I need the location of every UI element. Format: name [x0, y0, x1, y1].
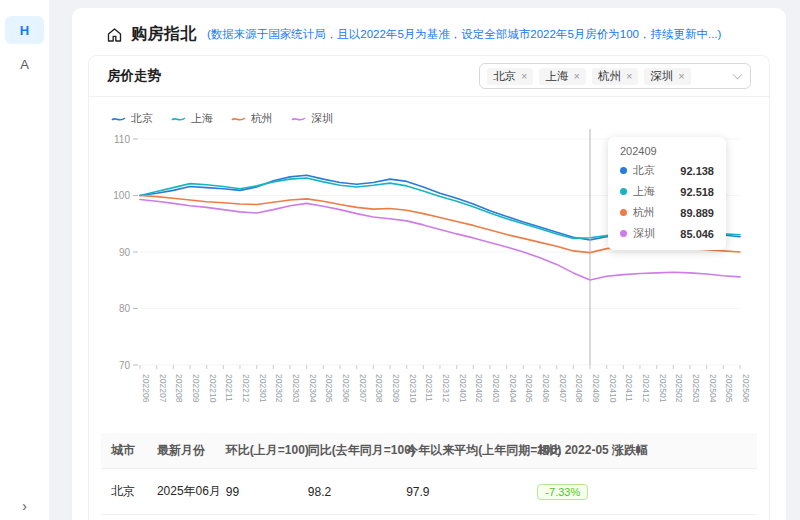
svg-text:202411: 202411: [624, 374, 634, 402]
legend-item-hangzhou[interactable]: 杭州: [231, 111, 273, 126]
main-area: 购房指北 (数据来源于国家统计局，且以2022年5月为基准，设定全部城市2022…: [49, 0, 800, 520]
content-card: 购房指北 (数据来源于国家统计局，且以2022年5月为基准，设定全部城市2022…: [72, 8, 786, 520]
city-tag-beijing[interactable]: 北京 ×: [487, 68, 533, 85]
cell-month: 2025年06月: [147, 469, 216, 515]
sidebar-item-home[interactable]: H: [5, 16, 44, 44]
legend-label: 杭州: [251, 111, 273, 126]
svg-text:202502: 202502: [674, 374, 684, 403]
cell-yoy: 98.2: [298, 469, 396, 515]
sidebar-item-about[interactable]: A: [5, 50, 44, 78]
header-yoy: 同比(去年同月=100): [298, 433, 396, 469]
tooltip-row: 上海 92.518: [620, 184, 714, 199]
svg-text:202206: 202206: [141, 374, 151, 403]
city-tag-label: 北京: [493, 69, 516, 84]
svg-text:90: 90: [119, 247, 131, 258]
svg-text:202209: 202209: [191, 374, 201, 403]
svg-text:80: 80: [119, 303, 131, 314]
header-mom: 环比(上月=100): [216, 433, 298, 469]
trend-panel-header: 房价走势 北京 × 上海 × 杭州 × 深圳: [89, 56, 769, 97]
tooltip-value: 92.138: [680, 165, 714, 177]
city-tag-label: 杭州: [598, 69, 621, 84]
tooltip-city: 杭州: [633, 205, 655, 220]
svg-text:202505: 202505: [724, 374, 734, 403]
svg-text:202207: 202207: [158, 374, 168, 403]
header-latest-month: 最新月份: [147, 433, 216, 469]
svg-text:70: 70: [119, 360, 131, 371]
cell-yoy: 98.7: [298, 515, 396, 520]
chevron-down-icon[interactable]: [733, 70, 743, 80]
price-trend-chart: 北京 上海 杭州 深圳 708090100110202206: [89, 97, 769, 427]
svg-text:202301: 202301: [258, 374, 268, 403]
svg-text:202504: 202504: [708, 374, 718, 403]
svg-text:202402: 202402: [474, 374, 484, 403]
svg-text:202503: 202503: [691, 374, 701, 403]
city-stats-table: 城市 最新月份 环比(上月=100) 同比(去年同月=100) 今年以来平均(上…: [101, 433, 757, 520]
svg-text:202308: 202308: [374, 374, 384, 403]
svg-text:202310: 202310: [408, 374, 418, 403]
city-tag-shenzhen[interactable]: 深圳 ×: [644, 68, 690, 85]
cell-city: 上海: [101, 515, 147, 520]
svg-text:202412: 202412: [641, 374, 651, 403]
legend-item-shenzhen[interactable]: 深圳: [291, 111, 333, 126]
remove-tag-icon[interactable]: ×: [521, 71, 527, 82]
svg-text:202403: 202403: [491, 374, 501, 403]
svg-text:202407: 202407: [558, 374, 568, 403]
svg-text:202303: 202303: [291, 374, 301, 403]
cell-ytd-avg: 97.9: [396, 469, 527, 515]
trend-panel-title: 房价走势: [107, 67, 161, 85]
svg-text:202212: 202212: [241, 374, 251, 403]
svg-text:202406: 202406: [541, 374, 551, 403]
svg-text:202410: 202410: [608, 374, 618, 403]
tooltip-city: 北京: [633, 163, 655, 178]
remove-tag-icon[interactable]: ×: [678, 71, 684, 82]
cell-city: 北京: [101, 469, 147, 515]
change-badge: -7.33%: [537, 484, 588, 500]
line-marker-icon: [231, 115, 246, 123]
svg-text:202409: 202409: [591, 374, 601, 403]
header-change: 相比 2022-05 涨跌幅: [527, 433, 757, 469]
svg-text:202211: 202211: [224, 374, 234, 402]
svg-text:202506: 202506: [741, 374, 751, 403]
series-dot-icon: [620, 209, 627, 216]
legend-item-beijing[interactable]: 北京: [111, 111, 153, 126]
legend-item-shanghai[interactable]: 上海: [171, 111, 213, 126]
svg-text:202312: 202312: [441, 374, 451, 403]
city-tag-shanghai[interactable]: 上海 ×: [539, 68, 585, 85]
city-tag-hangzhou[interactable]: 杭州 ×: [592, 68, 638, 85]
header-ytd-avg: 今年以来平均(上年同期=100): [396, 433, 527, 469]
line-marker-icon: [171, 115, 186, 123]
sidebar-collapse-icon[interactable]: ›: [0, 498, 49, 514]
remove-tag-icon[interactable]: ×: [573, 71, 579, 82]
svg-text:202501: 202501: [658, 374, 668, 403]
line-marker-icon: [291, 115, 306, 123]
tooltip-city: 上海: [633, 184, 655, 199]
cell-month: 2025年06月: [147, 515, 216, 520]
legend-label: 上海: [191, 111, 213, 126]
tooltip-row: 杭州 89.889: [620, 205, 714, 220]
tooltip-value: 92.518: [680, 186, 714, 198]
line-marker-icon: [111, 115, 126, 123]
svg-text:202307: 202307: [358, 374, 368, 403]
legend-label: 北京: [131, 111, 153, 126]
remove-tag-icon[interactable]: ×: [626, 71, 632, 82]
page-subtitle: (数据来源于国家统计局，且以2022年5月为基准，设定全部城市2022年5月房价…: [207, 27, 721, 42]
svg-text:110: 110: [114, 134, 130, 145]
chart-legend: 北京 上海 杭州 深圳: [111, 111, 333, 126]
svg-text:202405: 202405: [524, 374, 534, 403]
svg-text:202401: 202401: [458, 374, 468, 403]
tooltip-row: 深圳 85.046: [620, 226, 714, 241]
tooltip-value: 85.046: [680, 228, 714, 240]
city-tag-label: 上海: [545, 69, 568, 84]
chart-tooltip: 202409 北京 92.138 上海 92.518 杭州 89.8: [608, 137, 726, 250]
series-dot-icon: [620, 230, 627, 237]
table-row-beijing: 北京 2025年06月 99 98.2 97.9 -7.33%: [101, 469, 757, 515]
tooltip-value: 89.889: [680, 207, 714, 219]
city-multiselect[interactable]: 北京 × 上海 × 杭州 × 深圳 ×: [479, 63, 751, 89]
page-title: 购房指北: [131, 24, 197, 45]
svg-text:202408: 202408: [574, 374, 584, 403]
svg-text:202210: 202210: [208, 374, 218, 403]
svg-text:202304: 202304: [308, 374, 318, 403]
series-dot-icon: [620, 167, 627, 174]
svg-text:202306: 202306: [341, 374, 351, 403]
svg-text:202311: 202311: [424, 374, 434, 402]
